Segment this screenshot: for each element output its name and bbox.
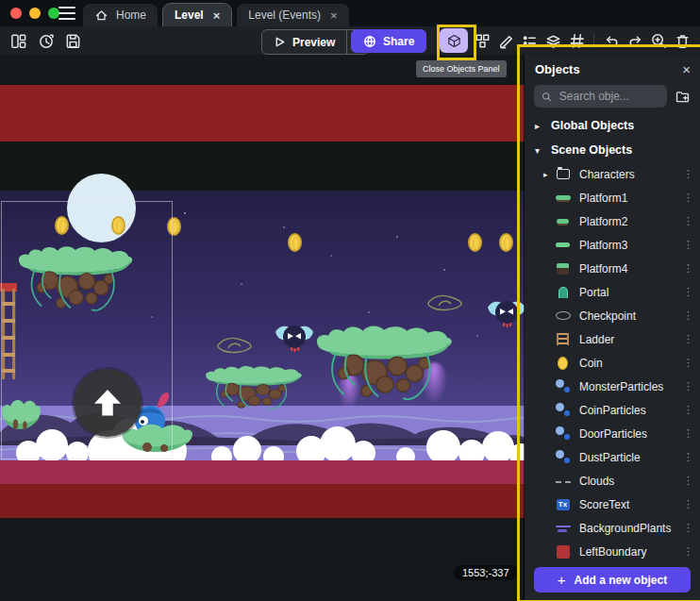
preview-label: Preview	[292, 36, 335, 49]
layers-icon[interactable]	[543, 31, 562, 50]
item-menu-icon[interactable]: ⋮	[683, 286, 692, 298]
scene-objects-section[interactable]: ▾ Scene Objects	[525, 138, 700, 162]
item-menu-icon[interactable]: ⋮	[683, 309, 692, 322]
item-menu-icon[interactable]: ⋮	[683, 380, 692, 392]
project-manager-icon[interactable]	[8, 31, 27, 50]
properties-icon[interactable]	[520, 31, 539, 50]
play-icon	[274, 36, 286, 48]
minimize-window-icon[interactable]	[29, 8, 41, 19]
close-tab-icon[interactable]: ×	[330, 9, 338, 22]
search-icon	[542, 91, 552, 103]
item-menu-icon[interactable]: ⋮	[683, 545, 692, 558]
item-menu-icon[interactable]: ⋮	[683, 475, 692, 487]
object-item-checkpoint[interactable]: ▸ Checkpoint ⋮	[525, 304, 700, 327]
global-objects-section[interactable]: ▸ Global Objects	[525, 113, 700, 138]
main-menu-icon[interactable]	[58, 7, 75, 20]
object-item-monsterparticles[interactable]: ▸ MonsterParticles ⋮	[525, 375, 700, 398]
chevron-down-icon: ▾	[535, 145, 544, 156]
item-menu-icon[interactable]: ⋮	[683, 192, 692, 204]
item-menu-icon[interactable]: ⋮	[683, 427, 692, 440]
objects-tree: ▸ Global Objects ▾ Scene Objects ▸ Chara…	[525, 113, 700, 601]
object-item-clouds[interactable]: ▸ Clouds ⋮	[525, 469, 700, 492]
item-menu-icon[interactable]: ⋮	[683, 451, 692, 463]
share-button[interactable]: Share	[351, 29, 426, 53]
item-menu-icon[interactable]: ⋮	[683, 357, 692, 369]
objects-panel: Objects × ▸ Global Objects ▾ Scene Objec…	[525, 55, 700, 601]
item-menu-icon[interactable]: ⋮	[683, 404, 692, 416]
coin-instance[interactable]	[499, 233, 513, 252]
redo-icon[interactable]	[625, 31, 644, 50]
platform3-instance[interactable]	[311, 323, 455, 406]
scene-objects-list: ▸ Characters ⋮ ▸ Platform1 ⋮ ▸ Platform2…	[525, 162, 700, 563]
add-folder-icon[interactable]	[675, 89, 691, 105]
plus-icon: +	[558, 572, 566, 588]
object-item-backgroundplants[interactable]: ▸ BackgroundPlants ⋮	[525, 516, 700, 540]
checkpoint-instance[interactable]	[216, 334, 254, 355]
item-menu-icon[interactable]: ⋮	[683, 239, 692, 251]
object-item-scoretext[interactable]: ▸ ScoreText ⋮	[525, 492, 700, 516]
save-icon[interactable]	[63, 31, 82, 50]
history-icon[interactable]	[36, 31, 55, 50]
object-item-platform4[interactable]: ▸ Platform4 ⋮	[525, 257, 700, 280]
add-object-button[interactable]: + Add a new object	[534, 567, 691, 593]
home-icon	[94, 8, 108, 23]
objects-panel-toggle-button[interactable]	[440, 28, 468, 53]
object-item-doorparticles[interactable]: ▸ DoorParticles ⋮	[525, 422, 700, 445]
camera-border-rect	[1, 201, 173, 459]
window-title-bar: Home Level × Level (Events) ×	[0, 0, 700, 26]
tab-level[interactable]: Level ×	[163, 4, 231, 26]
object-item-coinparticles[interactable]: ▸ CoinParticles ⋮	[525, 398, 700, 422]
object-item-characters[interactable]: ▸ Characters ⋮	[525, 162, 700, 186]
monster-instance[interactable]	[484, 294, 529, 332]
text-thumbnail-icon	[557, 499, 570, 510]
gdevelop-editor-window: 1553;-337 Home Level × Level (Events) ×	[0, 0, 700, 601]
item-menu-icon[interactable]: ⋮	[683, 522, 692, 534]
zoom-in-icon[interactable]	[649, 31, 668, 50]
monster-instance[interactable]	[272, 319, 317, 357]
object-item-platform2[interactable]: ▸ Platform2 ⋮	[525, 209, 700, 233]
object-item-platform3[interactable]: ▸ Platform3 ⋮	[525, 233, 700, 257]
ladder-thumbnail-icon	[557, 333, 569, 345]
item-menu-icon[interactable]: ⋮	[683, 262, 692, 275]
platform2-thumbnail-icon	[557, 219, 569, 224]
search-input[interactable]	[558, 89, 659, 104]
close-window-icon[interactable]	[10, 8, 22, 19]
red-square-thumbnail-icon	[557, 545, 570, 559]
tab-level-events[interactable]: Level (Events) ×	[237, 4, 348, 26]
preview-button[interactable]: Preview	[262, 30, 346, 54]
grid-icon[interactable]	[567, 31, 586, 50]
coin-instance[interactable]	[288, 233, 302, 252]
search-box	[534, 85, 667, 108]
item-menu-icon[interactable]: ⋮	[683, 498, 692, 510]
trash-icon[interactable]	[673, 31, 692, 50]
object-item-coin[interactable]: ▸ Coin ⋮	[525, 351, 700, 375]
share-label: Share	[383, 35, 414, 48]
close-panel-icon[interactable]: ×	[682, 62, 691, 76]
particles-thumbnail-icon	[556, 426, 571, 441]
undo-icon[interactable]	[602, 31, 621, 50]
instances-list-icon[interactable]	[473, 31, 492, 50]
object-item-platform1[interactable]: ▸ Platform1 ⋮	[525, 186, 700, 209]
folder-thumbnail-icon	[557, 169, 570, 179]
checkpoint-instance[interactable]	[426, 292, 464, 312]
tab-label: Level	[175, 8, 204, 22]
item-menu-icon[interactable]: ⋮	[683, 215, 692, 227]
platform2-instance[interactable]	[202, 364, 304, 413]
pencil-edit-icon[interactable]	[496, 31, 515, 50]
editor-toolbar: Preview Share	[0, 26, 700, 55]
tab-home[interactable]: Home	[83, 4, 158, 26]
item-menu-icon[interactable]: ⋮	[683, 168, 692, 180]
chevron-right-icon: ▸	[535, 121, 544, 131]
panel-title: Objects	[535, 62, 580, 76]
object-item-dustparticle[interactable]: ▸ DustParticle ⋮	[525, 445, 700, 469]
object-item-ladder[interactable]: ▸ Ladder ⋮	[525, 327, 700, 351]
tab-label: Home	[116, 8, 146, 22]
object-item-leftboundary[interactable]: ▸ LeftBoundary ⋮	[525, 540, 700, 563]
chevron-right-icon[interactable]: ▸	[543, 170, 555, 179]
platform1-thumbnail-icon	[556, 195, 571, 200]
object-item-portal[interactable]: ▸ Portal ⋮	[525, 280, 700, 304]
item-menu-icon[interactable]: ⋮	[683, 333, 692, 345]
close-tab-icon[interactable]: ×	[213, 9, 221, 22]
coin-instance[interactable]	[468, 233, 482, 252]
globe-icon	[363, 35, 376, 48]
